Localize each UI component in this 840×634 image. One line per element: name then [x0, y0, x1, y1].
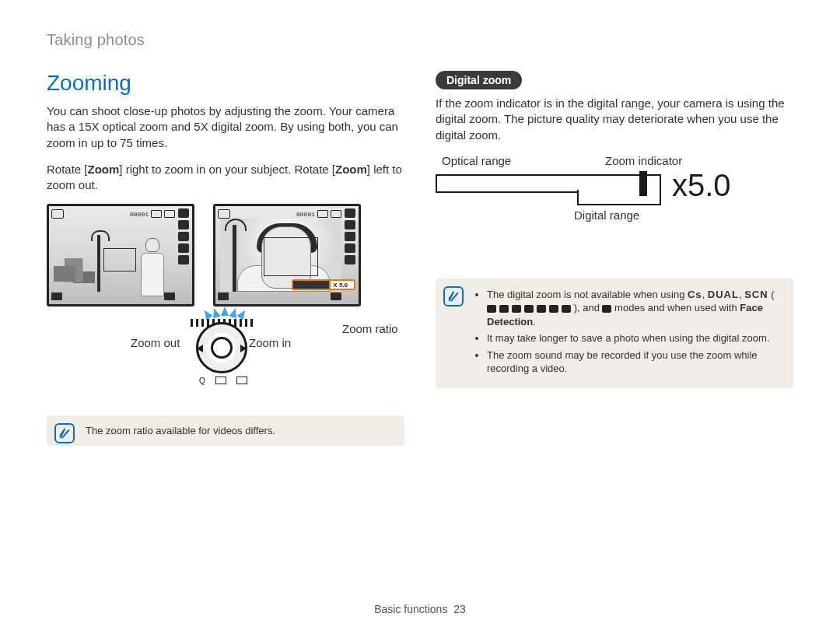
zoom-dial-icon: [196, 322, 247, 373]
zoom-dial-figure: Q Zoom out Zoom in Zoom ratio: [47, 311, 404, 397]
digital-zoom-paragraph: If the zoom indicator is in the digital …: [436, 96, 793, 143]
shutter-icon: [215, 377, 226, 384]
mode-scn-icon: SCN: [744, 289, 768, 300]
scene-mode-icons: [487, 305, 571, 313]
frame-counter: 00001: [130, 211, 149, 218]
zoom-bar-digital: [577, 190, 661, 205]
note-icon: [443, 286, 464, 306]
zoom-ratio-label: Zoom ratio: [342, 322, 398, 335]
osd-icon: [51, 292, 62, 300]
street-lamp-icon: [233, 225, 236, 292]
rotate-instruction: Rotate [Zoom] right to zoom in on your s…: [47, 162, 404, 194]
optical-range-label: Optical range: [442, 154, 511, 167]
digital-range-label: Digital range: [574, 208, 639, 222]
zoom-bold: Zoom: [335, 163, 367, 176]
osd-icon: [331, 292, 341, 300]
sd-icon: [151, 210, 162, 218]
footer-section: Basic functions: [374, 603, 447, 615]
mode-dual-icon: DUAL: [708, 289, 739, 300]
intro-paragraph: You can shoot close-up photos by adjusti…: [47, 103, 404, 151]
lcd-preview-row: 00001: [47, 204, 404, 306]
text: .: [533, 316, 536, 328]
text: ), and: [574, 302, 603, 313]
note-item: It may take longer to save a photo when …: [487, 331, 782, 345]
camera-lcd-wide: 00001: [47, 204, 194, 306]
mode-cs-icon: Cs: [688, 289, 702, 300]
zoom-indicator-label: Zoom indicator: [605, 154, 682, 167]
osd-icon: [164, 292, 175, 300]
footer-page-number: 23: [453, 603, 466, 615]
note-item: The zoom sound may be recorded if you us…: [487, 349, 782, 376]
mode-icon: [51, 209, 64, 219]
street-lamp-icon: [97, 235, 100, 292]
mode-icon: [218, 209, 230, 219]
zoom-direction-arrows-icon: [202, 308, 247, 317]
af-frame-icon: [103, 248, 136, 271]
text: ] right to zoom in on your subject. Rota…: [119, 163, 335, 176]
text: modes and when used with: [614, 302, 740, 313]
zoom-out-glyph-icon: Q: [199, 377, 205, 385]
person-figure-icon: [139, 238, 166, 292]
battery-icon: [331, 210, 341, 218]
sd-icon: [317, 210, 328, 218]
osd-icon: [218, 292, 229, 300]
af-frame-icon: [264, 237, 318, 276]
section-title: Zooming: [47, 71, 404, 96]
text: Rotate [: [47, 163, 88, 176]
digital-zoom-heading: Digital zoom: [436, 71, 522, 89]
note-icon: [54, 423, 75, 443]
note-text: The zoom ratio available for videos diff…: [86, 425, 275, 436]
breadcrumb: Taking photos: [47, 31, 793, 49]
camera-lcd-tele: 00001 X 5.0: [213, 204, 361, 306]
zoom-out-label: Zoom out: [131, 336, 180, 349]
zoom-indicator-mark-icon: [639, 171, 647, 196]
note-box-right: The digital zoom is not available when u…: [436, 278, 793, 388]
zoom-range-diagram: Optical range Zoom indicator x5.0 Digita…: [436, 154, 793, 247]
text: The digital zoom is not available when u…: [487, 289, 688, 300]
note-box-left: The zoom ratio available for videos diff…: [47, 415, 404, 446]
movie-mode-icon: [602, 305, 611, 313]
shutter-icon: [236, 377, 247, 384]
zoom-factor-readout: x5.0: [672, 168, 731, 203]
zoom-bold: Zoom: [88, 163, 120, 176]
frame-counter: 00001: [296, 211, 315, 218]
zoom-in-label: Zoom in: [249, 336, 291, 349]
battery-icon: [164, 210, 175, 218]
page-footer: Basic functions 23: [0, 603, 840, 615]
note-item: The digital zoom is not available when u…: [487, 288, 782, 329]
